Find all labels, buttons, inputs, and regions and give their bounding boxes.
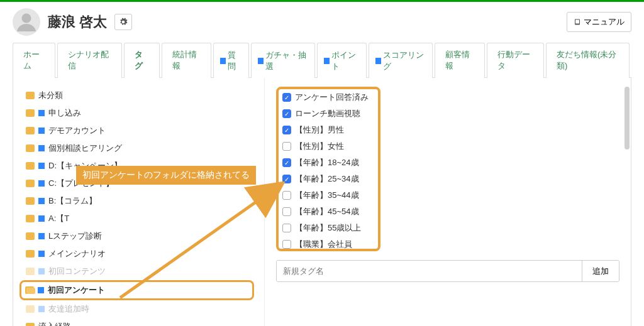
new-tag-input[interactable] bbox=[277, 261, 582, 281]
folder-item[interactable]: B:【コラム】 bbox=[23, 192, 254, 210]
checkbox[interactable]: ✓ bbox=[282, 158, 291, 167]
folder-item[interactable]: 友達追加時 bbox=[23, 300, 254, 318]
folder-item[interactable]: 申し込み bbox=[23, 104, 254, 122]
folder-icon bbox=[26, 197, 35, 205]
folder-icon bbox=[26, 323, 35, 326]
tag-highlight-box: ✓アンケート回答済み✓ローンチ動画視聴✓【性別】男性【性別】女性✓【年齢】18~… bbox=[276, 87, 380, 251]
tab-3[interactable]: 統計情報 bbox=[162, 43, 212, 78]
folder-icon bbox=[26, 232, 35, 240]
folder-label: 個別相談ヒアリング bbox=[48, 143, 122, 154]
folder-item[interactable]: デモアカウント bbox=[23, 122, 254, 139]
tab-5[interactable]: ガチャ・抽選 bbox=[251, 43, 315, 78]
gear-icon bbox=[119, 18, 128, 26]
tag-item[interactable]: ✓アンケート回答済み bbox=[282, 89, 374, 106]
tab-square-icon bbox=[220, 58, 226, 64]
folder-item[interactable]: メインシナリオ bbox=[23, 245, 254, 263]
blue-square-icon bbox=[38, 233, 45, 239]
tag-label: 【性別】女性 bbox=[295, 141, 344, 152]
folder-label: B:【コラム】 bbox=[48, 195, 97, 207]
tag-label: アンケート回答済み bbox=[295, 92, 369, 103]
folder-icon bbox=[26, 268, 35, 275]
tag-panel: ✓アンケート回答済み✓ローンチ動画視聴✓【性別】男性【性別】女性✓【年齢】18~… bbox=[265, 78, 631, 326]
svg-point-0 bbox=[22, 14, 31, 23]
folder-item[interactable]: 初回コンテンツ bbox=[23, 263, 254, 280]
folder-icon bbox=[26, 180, 35, 187]
tag-item[interactable]: 【職業】会社員 bbox=[282, 236, 374, 251]
user-icon bbox=[15, 11, 38, 33]
checkbox[interactable]: ✓ bbox=[282, 93, 291, 102]
tag-item[interactable]: ✓【年齢】18~24歳 bbox=[282, 155, 374, 171]
settings-button[interactable] bbox=[114, 14, 132, 30]
folder-icon bbox=[25, 286, 34, 294]
tab-4[interactable]: 質問 bbox=[213, 43, 248, 78]
tag-item[interactable]: 【性別】女性 bbox=[282, 138, 374, 155]
scrollbar[interactable] bbox=[625, 87, 630, 149]
tag-item[interactable]: 【年齢】35~44歳 bbox=[282, 187, 374, 204]
folder-label: 流入経路 bbox=[38, 321, 71, 326]
tab-1[interactable]: シナリオ配信 bbox=[57, 43, 122, 78]
checkbox[interactable] bbox=[282, 191, 291, 200]
folder-item[interactable]: 流入経路 bbox=[23, 318, 254, 326]
tag-item[interactable]: ✓【年齢】25~34歳 bbox=[282, 171, 374, 187]
folder-icon bbox=[26, 144, 35, 152]
panel: 未分類申し込みデモアカウント個別相談ヒアリングD:【キャンペーン】C:【プレゼン… bbox=[13, 78, 631, 326]
tag-item[interactable]: ✓ローンチ動画視聴 bbox=[282, 106, 374, 122]
tab-10[interactable]: 友だち情報(未分類) bbox=[546, 43, 630, 78]
blue-square-icon bbox=[38, 306, 45, 312]
page-title: 藤浪 啓太 bbox=[48, 13, 107, 31]
folder-icon bbox=[26, 92, 35, 99]
folder-label: 初回コンテンツ bbox=[48, 266, 106, 277]
folder-label: A:【T bbox=[48, 213, 69, 224]
blue-square-icon bbox=[38, 163, 45, 169]
avatar bbox=[13, 8, 40, 36]
tag-label: 【年齢】55歳以上 bbox=[295, 222, 361, 234]
header: 藤浪 啓太 マニュアル bbox=[13, 8, 631, 36]
tab-square-icon bbox=[375, 58, 381, 64]
checkbox[interactable] bbox=[282, 207, 291, 216]
folder-item[interactable]: 未分類 bbox=[23, 87, 254, 104]
tag-item[interactable]: 【年齢】45~54歳 bbox=[282, 204, 374, 220]
checkbox[interactable] bbox=[282, 240, 291, 249]
tab-9[interactable]: 行動データ bbox=[487, 43, 544, 78]
book-icon bbox=[574, 18, 581, 26]
folder-item[interactable]: A:【T bbox=[23, 210, 254, 227]
folder-label: メインシナリオ bbox=[48, 248, 106, 259]
tag-label: 【職業】会社員 bbox=[295, 239, 352, 250]
checkbox[interactable] bbox=[282, 142, 291, 151]
folder-item[interactable]: 初回アンケート bbox=[19, 280, 254, 300]
tab-6[interactable]: ポイント bbox=[317, 43, 367, 78]
blue-square-icon bbox=[38, 215, 45, 222]
blue-square-icon bbox=[38, 198, 45, 204]
tab-7[interactable]: スコアリング bbox=[369, 43, 433, 78]
checkbox[interactable]: ✓ bbox=[282, 109, 291, 118]
folder-icon bbox=[26, 305, 35, 313]
blue-square-icon bbox=[38, 180, 45, 187]
folder-icon bbox=[26, 250, 35, 258]
folder-icon bbox=[26, 215, 35, 222]
tab-square-icon bbox=[324, 58, 330, 64]
blue-square-icon bbox=[38, 145, 45, 151]
tab-2[interactable]: タグ bbox=[124, 43, 160, 78]
folder-icon bbox=[26, 162, 35, 170]
folder-icon bbox=[26, 127, 35, 134]
tab-0[interactable]: ホーム bbox=[13, 43, 55, 78]
tag-item[interactable]: ✓【性別】男性 bbox=[282, 122, 374, 138]
annotation-bubble: 初回アンケートのフォルダに格納されてる bbox=[76, 166, 256, 185]
tag-label: ローンチ動画視聴 bbox=[295, 108, 360, 119]
tag-label: 【年齢】18~24歳 bbox=[295, 157, 359, 168]
checkbox[interactable] bbox=[282, 224, 291, 232]
folder-label: 未分類 bbox=[38, 90, 63, 101]
manual-button[interactable]: マニュアル bbox=[567, 12, 631, 32]
checkbox[interactable]: ✓ bbox=[282, 126, 291, 134]
folder-label: デモアカウント bbox=[48, 125, 106, 136]
tab-8[interactable]: 顧客情報 bbox=[435, 43, 485, 78]
tag-item[interactable]: 【年齢】55歳以上 bbox=[282, 220, 374, 236]
add-tag-button[interactable]: 追加 bbox=[582, 261, 619, 281]
folder-label: 初回アンケート bbox=[48, 285, 105, 296]
folder-label: 友達追加時 bbox=[48, 303, 89, 315]
folder-item[interactable]: Lステップ診断 bbox=[23, 227, 254, 245]
checkbox[interactable]: ✓ bbox=[282, 175, 291, 183]
folder-item[interactable]: 個別相談ヒアリング bbox=[23, 139, 254, 157]
folder-label: 申し込み bbox=[48, 107, 81, 119]
blue-square-icon bbox=[38, 268, 45, 274]
